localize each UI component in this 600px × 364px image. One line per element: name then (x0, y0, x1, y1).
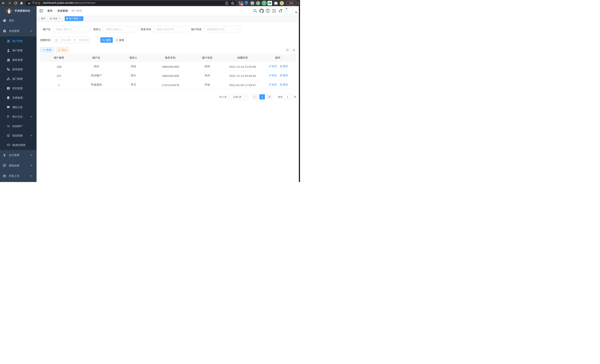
svg-text:10: 10 (241, 3, 243, 6)
